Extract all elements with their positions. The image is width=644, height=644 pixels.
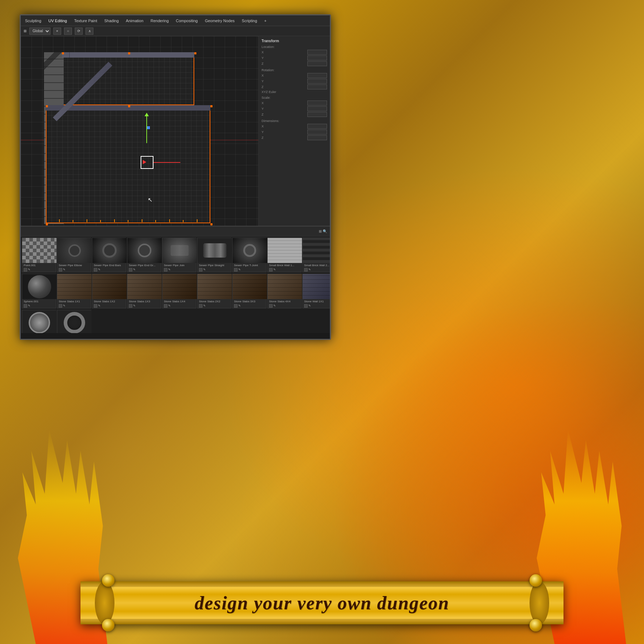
asset-edit-icon: ✎	[238, 304, 241, 308]
snap-button[interactable]: ⌖	[53, 28, 61, 35]
dimensions-z-row: Z	[262, 135, 327, 140]
asset-sewer-join[interactable]: Sewer Pipe Join ✎	[162, 238, 196, 272]
menu-item-geometry-nodes[interactable]: Geometry Nodes	[204, 18, 236, 24]
asset-sphere-001[interactable]: Sphere.001 ✎	[22, 274, 56, 308]
asset-label-sphere: Sphere.001	[22, 299, 56, 304]
slabs-2x2-texture	[197, 274, 232, 299]
asset-label-end-bars: Sewer Pipe End Bars	[92, 263, 126, 268]
asset-stone-slabs-3x3[interactable]: Stone Slabs 3X3 ✎	[232, 274, 267, 308]
asset-thumb-sphere	[22, 274, 57, 299]
asset-type-icon	[234, 268, 238, 272]
asset-sewer-end-bars[interactable]: Sewer Pipe End Bars ✎	[92, 238, 126, 272]
asset-icons-slabs-3x3: ✎	[233, 304, 266, 308]
proportional-edit-button[interactable]: ○	[64, 28, 72, 35]
3d-viewport[interactable]: ↖ 🔍 ✋ 📷 ⊞ Transform	[21, 36, 330, 226]
menu-item-rendering[interactable]: Rendering	[149, 18, 170, 24]
asset-ring-1[interactable]	[57, 310, 91, 333]
asset-label-wall-1x1: Stone Wall 1X1	[303, 299, 330, 304]
rotation-z-row: Z	[262, 84, 327, 89]
menu-item-shading[interactable]: Shading	[103, 18, 120, 24]
rotation-y-field[interactable]	[307, 79, 327, 84]
asset-thumb-wall-1x1	[303, 274, 330, 299]
asset-stone-slabs-1x2[interactable]: Stone Slabs 1X2 ✎	[92, 274, 126, 308]
menu-item-sculpting[interactable]: Sculpting	[24, 18, 43, 24]
menu-item-texture-paint[interactable]: Texture Paint	[73, 18, 98, 24]
asset-label-slabs-1x2: Stone Slabs 1X2	[92, 299, 126, 304]
asset-edit-icon: ✎	[98, 268, 101, 272]
asset-browser-header: ⊞ 🔍	[21, 226, 330, 236]
pipe-thumb-elbow	[57, 238, 92, 263]
asset-small-brick-1[interactable]: Small Brick Wall 1... ✎	[267, 238, 302, 272]
asset-sewer-straight[interactable]: Sewer Pipe Straight ✎	[197, 238, 231, 272]
dimensions-x-key: X	[262, 125, 278, 128]
asset-sewer-t-joint[interactable]: Sewer Pipe T-Joint ✎	[232, 238, 267, 272]
asset-thumb-slabs-2x2	[197, 274, 232, 299]
asset-sewer-elbow[interactable]: Sewer Pipe Elbow ✎	[57, 238, 91, 272]
menu-item-uv-editing[interactable]: UV Editing	[47, 18, 68, 24]
menu-item-animation[interactable]: Animation	[125, 18, 145, 24]
top-room	[62, 52, 194, 105]
scale-x-key: X	[262, 101, 278, 105]
scroll-knob-left-bottom	[102, 619, 114, 631]
asset-thumb-slabs-1x1	[57, 274, 92, 299]
properties-panel: Transform Location: X Y Z Rotation: X	[258, 36, 330, 226]
uv-point-3	[46, 105, 48, 107]
menu-item-add-workspace[interactable]: +	[263, 18, 268, 24]
asset-stone-slabs-1x4[interactable]: Stone Slabs 1X4 ✎	[162, 274, 196, 308]
asset-label-brick-2: Small Brick Wall 2...	[303, 263, 330, 268]
rotation-x-row: X	[262, 73, 327, 78]
location-z-field[interactable]	[307, 61, 327, 66]
rotation-y-row: Y	[262, 79, 327, 84]
slabs-1x2-texture	[92, 274, 127, 299]
toolbar-icon-object: ⊞	[24, 29, 26, 33]
asset-stone-slabs-1x3[interactable]: Stone Slabs 1X3 ✎	[127, 274, 161, 308]
transform-orientation-select[interactable]: Global	[29, 28, 50, 35]
asset-icons-brick-1: ✎	[268, 268, 301, 272]
menu-item-compositing[interactable]: Compositing	[175, 18, 199, 24]
knob-shape	[102, 574, 114, 587]
view-toggle[interactable]: ⊞ 🔍	[319, 229, 327, 233]
asset-label-point: Point.001	[22, 263, 56, 268]
asset-icons-slabs-2x2: ✎	[197, 304, 231, 308]
transform-button[interactable]: ⟳	[75, 28, 83, 35]
asset-type-icon	[59, 268, 62, 272]
rotation-x-field[interactable]	[307, 73, 327, 78]
asset-type-icon	[269, 268, 273, 272]
asset-small-brick-2[interactable]: Small Brick Wall 2... ✎	[302, 238, 330, 272]
asset-label-t-joint: Sewer Pipe T-Joint	[233, 263, 266, 268]
asset-icons-elbow: ✎	[57, 268, 91, 272]
asset-thumb-t-joint	[233, 238, 267, 263]
annotate-button[interactable]: ∧	[86, 28, 93, 35]
uv-point-1	[62, 52, 64, 54]
location-y-field[interactable]	[307, 55, 327, 60]
asset-type-icon	[94, 304, 97, 308]
location-x-field[interactable]	[307, 50, 327, 55]
rotation-z-field[interactable]	[307, 84, 327, 89]
scale-y-key: Y	[262, 107, 278, 111]
scale-y-field[interactable]	[307, 106, 327, 111]
asset-label-slabs-3x3: Stone Slabs 3X3	[233, 299, 266, 304]
checker-pattern	[22, 238, 57, 263]
scale-y-row: Y	[262, 106, 327, 111]
menu-item-scripting[interactable]: Scripting	[240, 18, 259, 24]
dimensions-y-field[interactable]	[307, 130, 327, 135]
asset-type-icon	[269, 304, 273, 308]
asset-sewer-end-gr[interactable]: Sewer Pipe End Gr... ✎	[127, 238, 161, 272]
asset-disk-1[interactable]	[22, 310, 56, 333]
uv-point-5	[46, 223, 48, 225]
scroll-end-left	[95, 581, 114, 624]
asset-stone-slabs-1x1[interactable]: Stone Slabs 1X1 ✎	[57, 274, 91, 308]
asset-label-brick-1: Small Brick Wall 1...	[268, 263, 301, 268]
asset-stone-slabs-4x4[interactable]: Stone Slabs 4X4 ✎	[267, 274, 302, 308]
asset-thumb-slabs-3x3	[233, 274, 267, 299]
asset-type-icon	[234, 304, 238, 308]
dimensions-x-field[interactable]	[307, 124, 327, 129]
asset-stone-wall-1x1[interactable]: Stone Wall 1X1 ✎	[302, 274, 330, 308]
asset-point-001[interactable]: Point.001 ✎	[22, 238, 56, 272]
scale-z-field[interactable]	[307, 112, 327, 117]
rotation-y-key: Y	[262, 79, 278, 83]
asset-stone-slabs-2x2[interactable]: Stone Slabs 2X2 ✎	[197, 274, 231, 308]
asset-thumb-elbow	[57, 238, 92, 263]
scale-x-field[interactable]	[307, 101, 327, 106]
dimensions-z-field[interactable]	[307, 135, 327, 140]
